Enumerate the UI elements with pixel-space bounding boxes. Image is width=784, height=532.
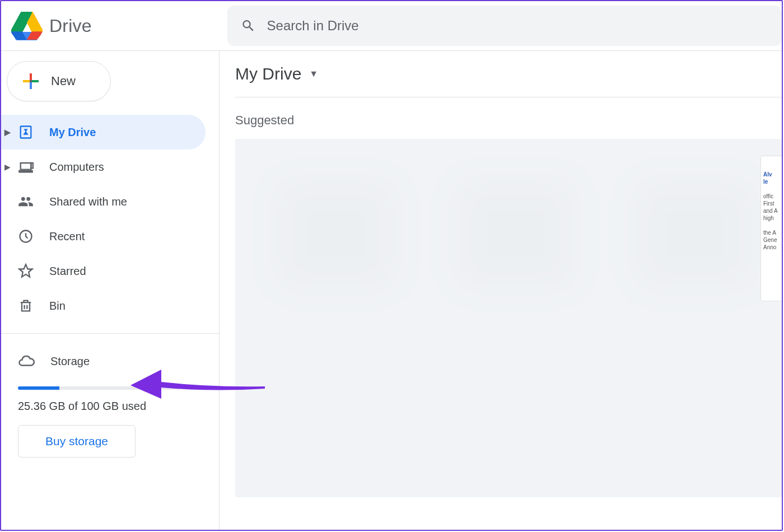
main-divider — [235, 97, 782, 97]
drive-logo-icon — [11, 11, 43, 40]
suggested-area: Alvle officFirstand Ahigh the AGeneAnno — [235, 139, 782, 497]
app-name: Drive — [49, 16, 92, 36]
sidebar-item-bin[interactable]: Bin — [1, 288, 206, 323]
starred-icon — [18, 263, 34, 279]
nav: ▶ My Drive ▶ Computers Shared with me Re… — [1, 115, 219, 323]
plus-icon — [21, 71, 41, 91]
sidebar-item-label: Bin — [49, 300, 66, 312]
main-content: My Drive ▼ Suggested Alvle officFirstand… — [220, 51, 782, 530]
sidebar-item-label: Computers — [49, 161, 104, 174]
computers-icon — [18, 159, 34, 175]
sidebar-item-label: My Drive — [49, 126, 96, 139]
storage-section: Storage 25.36 GB of 100 GB used Buy stor… — [1, 339, 219, 458]
sidebar-item-recent[interactable]: Recent — [1, 219, 206, 254]
new-button[interactable]: New — [7, 61, 111, 101]
storage-nav-item[interactable]: Storage — [18, 346, 202, 376]
svg-rect-7 — [32, 80, 39, 82]
search-bar[interactable] — [227, 6, 782, 46]
sidebar-item-computers[interactable]: ▶ Computers — [1, 150, 206, 184]
svg-rect-4 — [30, 73, 32, 80]
cloud-icon — [18, 353, 35, 370]
sidebar-item-my-drive[interactable]: ▶ My Drive — [1, 115, 206, 150]
breadcrumb-label: My Drive — [235, 64, 301, 83]
drive-icon — [18, 124, 34, 140]
new-button-label: New — [51, 74, 76, 88]
buy-storage-button[interactable]: Buy storage — [18, 425, 136, 458]
svg-rect-8 — [30, 80, 32, 82]
sidebar-item-label: Recent — [49, 230, 85, 243]
svg-rect-5 — [30, 82, 32, 89]
sidebar-item-label: Starred — [49, 265, 86, 278]
suggested-heading: Suggested — [235, 113, 782, 128]
storage-usage-text: 25.36 GB of 100 GB used — [18, 400, 202, 413]
shared-icon — [18, 194, 34, 209]
storage-progress-fill — [18, 386, 59, 390]
sidebar-item-shared[interactable]: Shared with me — [1, 184, 206, 219]
search-icon — [241, 18, 256, 34]
sidebar-item-label: Shared with me — [49, 195, 127, 208]
storage-label: Storage — [50, 355, 90, 368]
logo[interactable]: Drive — [11, 11, 92, 40]
search-input[interactable] — [267, 18, 768, 34]
expand-caret-icon[interactable]: ▶ — [4, 162, 11, 171]
sidebar: New ▶ My Drive ▶ Computers Shared with m… — [1, 51, 220, 530]
chevron-down-icon: ▼ — [309, 69, 318, 79]
sidebar-item-starred[interactable]: Starred — [1, 254, 206, 288]
suggested-card-partial[interactable]: Alvle officFirstand Ahigh the AGeneAnno — [760, 156, 782, 301]
header: Drive — [1, 1, 782, 50]
storage-progress-bar — [18, 386, 180, 390]
svg-rect-6 — [23, 80, 30, 82]
bin-icon — [18, 298, 34, 314]
expand-caret-icon[interactable]: ▶ — [4, 128, 11, 137]
breadcrumb[interactable]: My Drive ▼ — [235, 64, 782, 97]
sidebar-divider — [1, 333, 219, 334]
recent-icon — [18, 228, 34, 244]
